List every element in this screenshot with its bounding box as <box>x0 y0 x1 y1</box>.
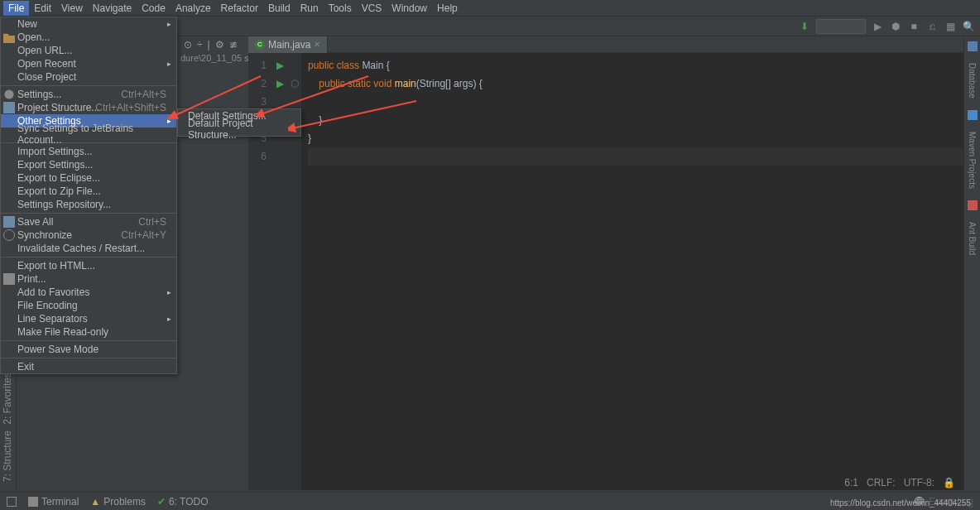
mi-export-zip[interactable]: Export to Zip File... <box>1 185 176 198</box>
file-menu-dropdown: New▸ Open... Open URL... Open Recent▸ Cl… <box>0 17 177 374</box>
ant-icon[interactable] <box>968 200 978 210</box>
build-icon[interactable]: ⬇ <box>798 20 811 33</box>
menu-vcs[interactable]: VCS <box>357 1 387 16</box>
code-content[interactable]: public class Main { public static void m… <box>301 53 963 490</box>
todo-icon: ✔ <box>157 496 166 508</box>
editor-tabs: C Main.java ✕ <box>248 36 963 53</box>
mi-power-save[interactable]: Power Save Mode <box>1 343 176 356</box>
menu-window[interactable]: Window <box>387 1 432 16</box>
mi-line-separators[interactable]: Line Separators▸ <box>1 312 176 325</box>
database-icon[interactable] <box>968 41 978 51</box>
sb-problems[interactable]: ▲Problems <box>90 496 146 508</box>
mi-default-project-structure[interactable]: Default Project Structure... <box>178 123 300 136</box>
mi-export-settings[interactable]: Export Settings... <box>1 158 176 171</box>
mi-import-settings[interactable]: Import Settings... <box>1 145 176 158</box>
mi-new[interactable]: New▸ <box>1 17 176 31</box>
menu-refactor[interactable]: Refactor <box>216 1 263 16</box>
code-editor[interactable]: 123456 ▶ ▶ ⬡ public class Main { public … <box>248 53 963 490</box>
wrench-icon <box>3 89 15 100</box>
sync-icon <box>3 229 15 241</box>
mi-save-all[interactable]: Save AllCtrl+S <box>1 215 176 229</box>
mi-sync-settings[interactable]: Sync Settings to JetBrains Account... <box>1 128 176 141</box>
project-structure-icon[interactable]: ▦ <box>944 20 957 33</box>
right-ant[interactable]: Ant Build <box>968 219 977 258</box>
stop-icon[interactable]: ■ <box>907 20 920 33</box>
menu-help[interactable]: Help <box>432 1 463 16</box>
mi-file-encoding[interactable]: File Encoding <box>1 299 176 312</box>
line-icon: | <box>208 39 210 51</box>
sb-todo[interactable]: ✔6: TODO <box>157 496 209 508</box>
run-config-combo[interactable] <box>816 19 866 34</box>
mi-close-project[interactable]: Close Project <box>1 70 176 84</box>
warning-icon: ▲ <box>90 496 100 508</box>
search-icon[interactable]: 🔍 <box>962 20 975 33</box>
tab-tools: ⊙ ÷ | ⚙ ≢ <box>184 39 238 51</box>
expand-icon[interactable]: ÷ <box>197 39 203 51</box>
tab-title: Main.java <box>268 39 310 51</box>
menu-tools[interactable]: Tools <box>324 1 357 16</box>
editor-tab-main[interactable]: C Main.java ✕ <box>248 36 328 53</box>
status-right: 6:1 CRLF: UTF-8: 🔒 <box>844 475 955 490</box>
breadcrumb: dure\20_11_05 std <box>180 53 257 63</box>
menu-build[interactable]: Build <box>263 1 295 16</box>
menu-run[interactable]: Run <box>295 1 324 16</box>
collapse-icon[interactable]: ≢ <box>229 39 238 51</box>
mi-synchronize[interactable]: SynchronizeCtrl+Alt+Y <box>1 229 176 242</box>
menu-navigate[interactable]: Navigate <box>88 1 137 16</box>
separator <box>1 213 176 214</box>
mi-readonly[interactable]: Make File Read-only <box>1 325 176 339</box>
mi-print[interactable]: Print... <box>1 272 176 286</box>
left-favorites[interactable]: 2: Favorites <box>2 373 13 425</box>
mi-export-html[interactable]: Export to HTML... <box>1 259 176 272</box>
cursor-pos: 6:1 <box>844 477 858 488</box>
line-ending[interactable]: CRLF: <box>867 477 896 488</box>
maven-icon[interactable] <box>968 110 978 120</box>
separator <box>1 340 176 341</box>
mi-export-eclipse[interactable]: Export to Eclipse... <box>1 171 176 185</box>
folder-icon <box>3 31 15 43</box>
run-class-icon[interactable]: ▶ <box>271 56 288 75</box>
java-class-icon: C <box>255 40 265 50</box>
vcs-icon[interactable]: ⎌ <box>925 20 939 33</box>
mi-exit[interactable]: Exit <box>1 360 176 373</box>
mi-add-favorites[interactable]: Add to Favorites▸ <box>1 286 176 299</box>
separator <box>1 85 176 86</box>
mi-open-recent[interactable]: Open Recent▸ <box>1 57 176 70</box>
right-maven[interactable]: Maven Projects <box>968 128 977 192</box>
menu-view[interactable]: View <box>56 1 88 16</box>
other-settings-submenu: Default Settings... Default Project Stru… <box>177 108 301 137</box>
menu-file[interactable]: File <box>3 1 29 16</box>
mi-open-url[interactable]: Open URL... <box>1 44 176 57</box>
run-method-icon[interactable]: ▶ <box>271 75 288 93</box>
menu-code[interactable]: Code <box>137 1 171 16</box>
mi-invalidate[interactable]: Invalidate Caches / Restart... <box>1 242 176 255</box>
target-icon[interactable]: ⊙ <box>184 39 192 51</box>
left-structure[interactable]: 7: Structure <box>2 431 13 482</box>
sb-terminal[interactable]: Terminal <box>28 496 79 508</box>
mi-open[interactable]: Open... <box>1 31 176 44</box>
window-icon[interactable] <box>7 497 17 507</box>
separator <box>1 257 176 257</box>
menu-edit[interactable]: Edit <box>29 1 56 16</box>
print-icon <box>3 273 15 285</box>
debug-icon[interactable]: ⬢ <box>889 20 902 33</box>
run-icon[interactable]: ▶ <box>871 20 884 33</box>
close-tab-icon[interactable]: ✕ <box>314 40 320 49</box>
lock-icon[interactable]: 🔒 <box>943 477 955 488</box>
menu-analyze[interactable]: Analyze <box>171 1 216 16</box>
mi-project-structure[interactable]: Project Structure...Ctrl+Alt+Shift+S <box>1 101 176 114</box>
mi-settings[interactable]: Settings...Ctrl+Alt+S <box>1 88 176 101</box>
separator <box>1 358 176 358</box>
watermark-url: https://blog.csdn.net/weixin_44404255 <box>828 498 973 508</box>
terminal-icon <box>28 497 38 507</box>
structure-icon <box>3 102 15 113</box>
gear-icon[interactable]: ⚙ <box>215 39 224 51</box>
right-database[interactable]: Database <box>968 60 977 102</box>
mi-settings-repo[interactable]: Settings Repository... <box>1 198 176 211</box>
save-icon <box>3 216 15 228</box>
right-tool-stripe: Database Maven Projects Ant Build <box>963 36 980 490</box>
encoding[interactable]: UTF-8: <box>904 477 934 488</box>
menubar: File Edit View Navigate Code Analyze Ref… <box>0 0 980 17</box>
